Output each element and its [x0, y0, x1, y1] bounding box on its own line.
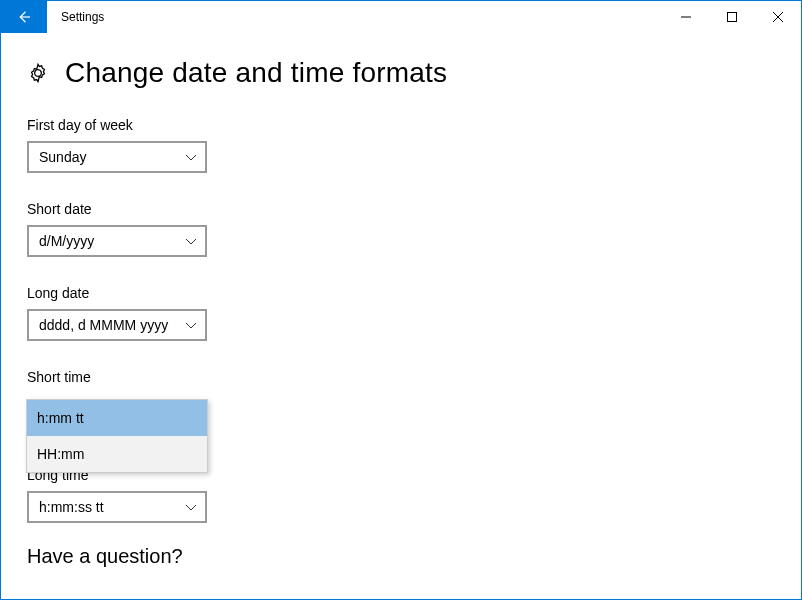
page-header: Change date and time formats: [27, 57, 775, 89]
long-time-value: h:mm:ss tt: [39, 499, 185, 515]
short-date-label: Short date: [27, 201, 775, 217]
short-date-combo[interactable]: d/M/yyyy: [27, 225, 207, 257]
short-time-option-1[interactable]: HH:mm: [27, 436, 207, 472]
long-date-label: Long date: [27, 285, 775, 301]
short-time-dropdown: h:mm tt HH:mm: [26, 399, 208, 473]
titlebar-drag-area[interactable]: [104, 1, 663, 33]
long-date-value: dddd, d MMMM yyyy: [39, 317, 185, 333]
titlebar: Settings: [1, 1, 801, 33]
field-long-date: Long date dddd, d MMMM yyyy: [27, 285, 775, 341]
close-icon: [773, 12, 783, 22]
chevron-down-icon: [185, 235, 197, 247]
help-heading: Have a question?: [27, 545, 775, 568]
first-day-value: Sunday: [39, 149, 185, 165]
short-time-option-0[interactable]: h:mm tt: [27, 400, 207, 436]
minimize-button[interactable]: [663, 1, 709, 33]
arrow-left-icon: [15, 8, 33, 26]
long-time-combo[interactable]: h:mm:ss tt: [27, 491, 207, 523]
gear-icon: [27, 62, 49, 84]
field-short-time: Short time: [27, 369, 775, 385]
short-date-value: d/M/yyyy: [39, 233, 185, 249]
back-button[interactable]: [1, 1, 47, 33]
chevron-down-icon: [185, 319, 197, 331]
first-day-label: First day of week: [27, 117, 775, 133]
chevron-down-icon: [185, 501, 197, 513]
maximize-button[interactable]: [709, 1, 755, 33]
field-first-day-of-week: First day of week Sunday: [27, 117, 775, 173]
content-area: Change date and time formats First day o…: [1, 33, 801, 568]
svg-rect-0: [728, 13, 737, 22]
field-short-date: Short date d/M/yyyy: [27, 201, 775, 257]
short-time-label: Short time: [27, 369, 775, 385]
long-date-combo[interactable]: dddd, d MMMM yyyy: [27, 309, 207, 341]
chevron-down-icon: [185, 151, 197, 163]
window-title: Settings: [47, 1, 104, 33]
first-day-combo[interactable]: Sunday: [27, 141, 207, 173]
close-button[interactable]: [755, 1, 801, 33]
maximize-icon: [727, 12, 737, 22]
minimize-icon: [681, 12, 691, 22]
page-title: Change date and time formats: [65, 57, 447, 89]
field-long-time: Long time h:mm:ss tt: [27, 467, 775, 523]
